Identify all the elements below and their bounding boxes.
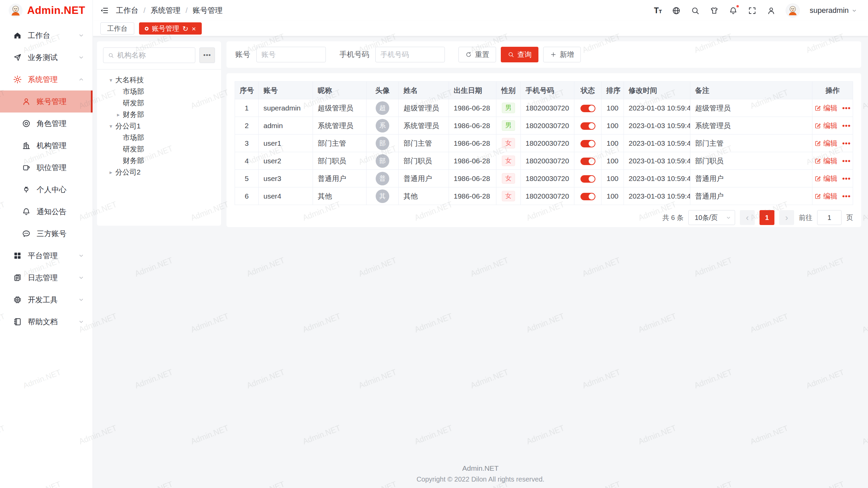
tree-node[interactable]: ▸财务部: [100, 109, 218, 120]
search-button[interactable]: 查询: [501, 47, 538, 62]
sidebar-item-label: 平台管理: [28, 251, 78, 261]
profile-link-icon[interactable]: [767, 6, 776, 15]
sidebar-item-org[interactable]: 机构管理: [0, 135, 93, 157]
fullscreen-icon[interactable]: [748, 6, 757, 15]
more-actions-button[interactable]: •••: [842, 157, 851, 165]
cell-remark: 系统管理员: [690, 117, 812, 135]
column-header: 账号: [259, 82, 313, 99]
next-page-button[interactable]: ›: [779, 210, 794, 225]
cell-index: 4: [235, 152, 259, 170]
org-search-input[interactable]: [117, 51, 191, 59]
tree-node-label: 市场部: [123, 133, 144, 142]
collapse-menu-icon[interactable]: [100, 6, 109, 15]
gear-icon: [13, 75, 22, 84]
avatar[interactable]: [786, 3, 800, 18]
search-icon: [508, 51, 514, 58]
edit-button[interactable]: 编辑: [814, 156, 837, 166]
tree-node[interactable]: 财务部: [100, 155, 218, 166]
more-actions-button[interactable]: •••: [842, 175, 851, 183]
page-1-button[interactable]: 1: [760, 210, 774, 225]
sidebar-item-workbench[interactable]: 工作台: [0, 24, 93, 46]
page-size-select[interactable]: 10条/页: [688, 210, 735, 225]
org-search: [103, 47, 195, 63]
status-toggle[interactable]: [580, 193, 595, 200]
sidebar-item-third-account[interactable]: 三方账号: [0, 223, 93, 245]
tree-node[interactable]: ▾分公司1: [100, 120, 218, 132]
tab-account[interactable]: 账号管理↻×: [139, 22, 202, 35]
phone-input[interactable]: [375, 47, 445, 62]
tree-node[interactable]: ▾大名科技: [100, 74, 218, 86]
tab-close-icon[interactable]: ×: [192, 25, 196, 32]
pagination: 共 6 条 10条/页 ‹ 1 › 前往 页: [235, 210, 853, 225]
cell-modified: 2023-01-03 10:59:44: [624, 99, 690, 117]
tab-workbench[interactable]: 工作台: [100, 22, 134, 35]
sidebar-item-notice[interactable]: 通知公告: [0, 201, 93, 223]
reset-button[interactable]: 重置: [458, 47, 496, 62]
tab-refresh-icon[interactable]: ↻: [182, 25, 189, 32]
caret-expanded-icon[interactable]: ▾: [106, 77, 115, 83]
app-logo[interactable]: Admin.NET: [0, 0, 93, 21]
more-actions-button[interactable]: •••: [842, 139, 851, 147]
status-toggle[interactable]: [580, 105, 595, 112]
more-actions-button[interactable]: •••: [842, 122, 851, 130]
theme-icon[interactable]: [710, 6, 719, 15]
cell-modified: 2023-01-03 10:59:44: [624, 170, 690, 187]
edit-button[interactable]: 编辑: [814, 174, 837, 183]
sidebar-item-profile[interactable]: 个人中心: [0, 179, 93, 201]
cell-sort: 100: [601, 135, 624, 152]
table-row: 1superadmin超级管理员超超级管理员1986-06-28男1802003…: [235, 99, 853, 117]
status-toggle[interactable]: [580, 122, 595, 130]
sidebar-item-platform[interactable]: 平台管理: [0, 245, 93, 267]
edit-button[interactable]: 编辑: [814, 103, 837, 113]
edit-button[interactable]: 编辑: [814, 139, 837, 148]
cell-avatar: 超: [367, 99, 399, 117]
status-toggle[interactable]: [580, 158, 595, 165]
breadcrumb-item[interactable]: 工作台: [116, 5, 138, 16]
cell-gender: 女: [496, 187, 521, 205]
more-actions-button[interactable]: •••: [842, 192, 851, 200]
goto-page-input[interactable]: [817, 210, 842, 225]
sidebar-item-devtools[interactable]: 开发工具: [0, 289, 93, 311]
sidebar-item-system[interactable]: 系统管理: [0, 68, 93, 90]
user-menu[interactable]: superadmin: [810, 6, 857, 15]
sidebar-item-business-test[interactable]: 业务测试: [0, 46, 93, 68]
caret-expanded-icon[interactable]: ▾: [106, 123, 115, 129]
sidebar-item-account[interactable]: 账号管理: [0, 90, 93, 113]
notification-icon[interactable]: [729, 6, 738, 15]
more-actions-button[interactable]: •••: [842, 104, 851, 112]
sidebar-item-position[interactable]: 职位管理: [0, 157, 93, 179]
cell-name: 系统管理员: [399, 117, 449, 135]
search-icon[interactable]: [691, 6, 700, 15]
caret-collapsed-icon[interactable]: ▸: [106, 169, 115, 176]
sidebar-item-docs[interactable]: 帮助文档: [0, 311, 93, 333]
caret-collapsed-icon[interactable]: ▸: [114, 111, 123, 118]
sidebar-item-label: 三方账号: [37, 229, 84, 239]
column-header: 出生日期: [449, 82, 496, 99]
tree-node[interactable]: 市场部: [100, 132, 218, 143]
edit-button[interactable]: 编辑: [814, 121, 837, 130]
language-icon[interactable]: [672, 6, 681, 15]
edit-label: 编辑: [823, 174, 837, 183]
tree-node[interactable]: 研发部: [100, 143, 218, 155]
cell-sort: 100: [601, 117, 624, 135]
status-toggle[interactable]: [580, 175, 595, 183]
sidebar-item-log[interactable]: 日志管理: [0, 267, 93, 289]
cell-phone: 18020030720: [521, 99, 574, 117]
sidebar-item-role[interactable]: 角色管理: [0, 113, 93, 135]
org-more-button[interactable]: •••: [199, 47, 215, 63]
tree-node[interactable]: ▸分公司2: [100, 166, 218, 178]
account-input[interactable]: [256, 47, 326, 62]
font-size-icon[interactable]: TT: [654, 7, 662, 15]
cell-name: 部门职员: [399, 152, 449, 170]
tree-node-label: 研发部: [123, 144, 144, 154]
tree-node[interactable]: 研发部: [100, 97, 218, 109]
cell-index: 6: [235, 187, 259, 205]
add-button[interactable]: 新增: [543, 47, 581, 62]
status-toggle[interactable]: [580, 140, 595, 147]
sidebar-item-label: 职位管理: [37, 163, 84, 173]
breadcrumb-item[interactable]: 系统管理: [151, 5, 180, 16]
edit-button[interactable]: 编辑: [814, 191, 837, 201]
prev-page-button[interactable]: ‹: [740, 210, 755, 225]
cell-index: 5: [235, 170, 259, 187]
tree-node[interactable]: 市场部: [100, 86, 218, 97]
